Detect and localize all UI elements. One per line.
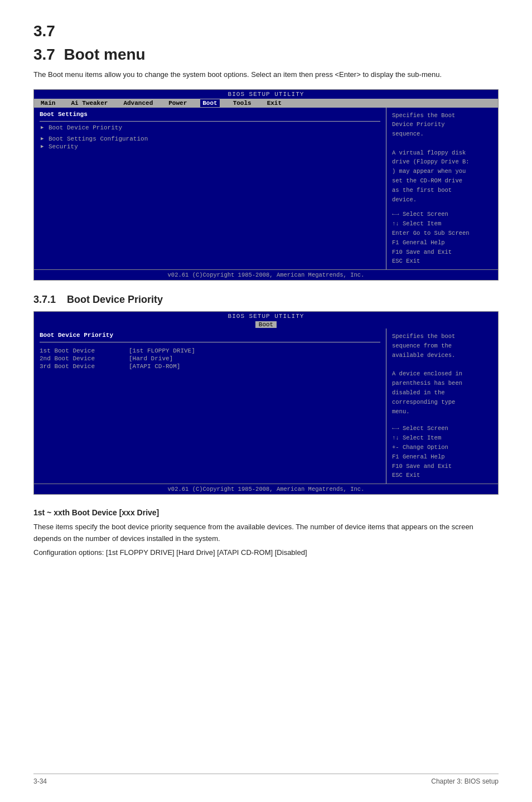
boot-row-2: 2nd Boot Device [Hard Drive] [40,355,380,363]
body-paragraph-2: Configuration options: [1st FLOPPY DRIVE… [33,547,499,559]
shortcut-2-6: ESC Exit [392,471,492,480]
help-line-1-7: ) may appear when you [392,167,492,176]
bios-screen-1: BIOS SETUP UTILITY Main Ai Tweaker Advan… [33,89,499,281]
section-title: 3.7 [33,22,499,40]
subsection-heading: 3.7.1 Boot Device Priority [33,294,499,306]
shortcut-2-2: ↑↓ Select Item [392,433,492,443]
bios-item-boot-device-priority[interactable]: Boot Device Priority [40,124,380,132]
section-description: The Boot menu items allow you to change … [33,69,499,80]
help-line-2-9: menu. [392,407,492,417]
help-line-1-3: sequence. [392,129,492,139]
help-line-1-2: Device Priority [392,120,492,129]
help-line-1-6: drive (Floppy Drive B: [392,157,492,167]
help-line-1-5: A virtual floppy disk [392,148,492,158]
help-line-1-10: device. [392,195,492,205]
footer-chapter: Chapter 3: BIOS setup [431,777,499,785]
bios-item-security[interactable]: Security [40,143,380,151]
bios-section-header-2: Boot Device Priority [40,332,380,339]
boot-value-1: [1st FLOPPY DRIVE] [129,347,195,354]
bios-boot-table: 1st Boot Device [1st FLOPPY DRIVE] 2nd B… [40,345,380,373]
shortcut-2-1: ←→ Select Screen [392,424,492,433]
boot-value-2: [Hard Drive] [129,355,173,362]
help-line-2-4 [392,360,492,370]
bios-screen-2: BIOS SETUP UTILITY Boot Boot Device Prio… [33,311,499,495]
bios-content-2: Boot Device Priority 1st Boot Device [1s… [34,328,498,484]
bios-right-panel-1: Specifies the Boot Device Priority seque… [386,108,498,270]
boot-row-3: 3rd Boot Device [ATAPI CD-ROM] [40,363,380,370]
help-line-2-5: A device enclosed in [392,369,492,379]
help-line-2-8: corresponding type [392,398,492,407]
bios-content-1: Boot Settings Boot Device Priority Boot … [34,108,498,270]
boot-label-2: 2nd Boot Device [40,355,129,362]
shortcut-1-6: ESC Exit [392,257,492,266]
bios-section-header-1: Boot Settings [40,111,380,118]
shortcut-1-2: ↑↓ Select Item [392,219,492,229]
boot-label-3: 3rd Boot Device [40,363,129,370]
menu-main[interactable]: Main [38,99,57,107]
help-line-1-1: Specifies the Boot [392,111,492,120]
section-number: 3.7 [33,46,55,63]
boot-row-1: 1st Boot Device [1st FLOPPY DRIVE] [40,347,380,355]
bios-menu-bar-1: Main Ai Tweaker Advanced Power Boot Tool… [34,99,498,108]
bios-left-panel-2: Boot Device Priority 1st Boot Device [1s… [34,328,386,484]
shortcut-1-4: F1 General Help [392,238,492,248]
menu-ai-tweaker[interactable]: Ai Tweaker [69,99,110,107]
menu-tools[interactable]: Tools [231,99,254,107]
help-line-2-2: sequence from the [392,341,492,351]
shortcut-1-1: ←→ Select Screen [392,210,492,219]
bios-title-2: BIOS SETUP UTILITY [34,312,498,321]
bios-footer-1: v02.61 (C)Copyright 1985-2008, American … [34,269,498,280]
section-heading: 3.7 Boot menu [33,46,499,64]
bios-right-panel-2: Specifies the boot sequence from the ava… [386,328,498,484]
shortcut-1-5: F10 Save and Exit [392,248,492,257]
sub-sub-heading: 1st ~ xxth Boot Device [xxx Drive] [33,508,499,517]
help-line-2-3: available devices. [392,351,492,360]
shortcut-2-5: F10 Save and Exit [392,462,492,471]
subsection-number: 3.7.1 [33,294,56,305]
bios-active-tab: Boot [255,321,277,328]
menu-power[interactable]: Power [166,99,189,107]
boot-label-1: 1st Boot Device [40,347,129,354]
help-line-2-1: Specifies the boot [392,332,492,341]
shortcut-1-3: Enter Go to Sub Screen [392,229,492,238]
bios-item-boot-settings-config[interactable]: Boot Settings Configuration [40,135,380,143]
menu-advanced[interactable]: Advanced [121,99,155,107]
bios-left-panel-1: Boot Settings Boot Device Priority Boot … [34,108,386,270]
help-line-2-7: disabled in the [392,388,492,398]
help-line-1-9: as the first boot [392,186,492,195]
help-line-1-8: set the CD-ROM drive [392,176,492,186]
menu-boot[interactable]: Boot [200,99,219,107]
shortcut-2-4: F1 General Help [392,452,492,462]
body-paragraph-1: These items specify the boot device prio… [33,521,499,545]
boot-value-3: [ATAPI CD-ROM] [129,363,180,370]
bios-title-1: BIOS SETUP UTILITY [34,90,498,99]
section-name: Boot menu [64,46,146,63]
shortcut-2-3: +- Change Option [392,443,492,452]
help-line-2-6: parenthesis has been [392,379,492,388]
bios-footer-2: v02.61 (C)Copyright 1985-2008, American … [34,484,498,494]
subsection-name: Boot Device Priority [67,294,163,305]
footer-page-number: 3-34 [33,777,47,785]
menu-exit[interactable]: Exit [265,99,284,107]
help-line-1-4 [392,139,492,148]
page-footer: 3-34 Chapter 3: BIOS setup [33,774,499,785]
